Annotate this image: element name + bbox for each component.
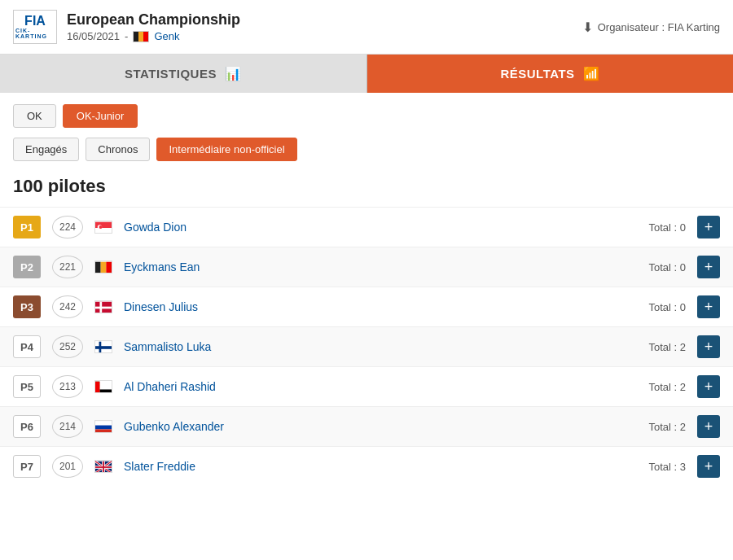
expand-button[interactable]: +	[697, 335, 720, 358]
tab-resultats[interactable]: RÉSULTATS 📶	[367, 55, 734, 93]
category-buttons: OK OK-Junior	[0, 93, 733, 134]
fia-logo: FIA CIK-KARTING	[13, 10, 57, 44]
category-ok-junior-button[interactable]: OK-Junior	[63, 104, 138, 128]
organizer-label: Organisateur : FIA Karting	[598, 21, 720, 33]
expand-button[interactable]: +	[697, 216, 720, 238]
pilot-flag-icon	[94, 340, 112, 353]
svg-point-3	[99, 225, 103, 229]
expand-button[interactable]: +	[697, 415, 720, 438]
pilot-total: Total : 0	[648, 301, 686, 313]
svg-rect-17	[95, 382, 99, 393]
expand-button[interactable]: +	[697, 375, 720, 398]
pilot-bib: 242	[52, 295, 83, 318]
svg-rect-5	[101, 262, 107, 273]
pilot-row: P2221Eyckmans EanTotal : 0+	[0, 247, 733, 287]
pilot-bib: 221	[52, 256, 83, 278]
pilot-flag-icon	[94, 380, 112, 393]
event-location-link[interactable]: Genk	[154, 30, 179, 42]
svg-rect-20	[95, 429, 112, 433]
subtabs: Engagés Chronos Intermédiaire non-offici…	[0, 134, 733, 173]
pilot-total: Total : 0	[648, 221, 686, 234]
tab-resultats-label: RÉSULTATS	[500, 67, 574, 81]
pilot-name: Gowda Dion	[124, 221, 637, 234]
event-info: European Championship 16/05/2021 - Genk	[67, 11, 240, 42]
cik-logo-text: CIK-KARTING	[15, 28, 55, 39]
pilots-count: 100 pilotes	[0, 173, 733, 207]
header-left: FIA CIK-KARTING European Championship 16…	[13, 10, 240, 44]
position-badge: P6	[13, 415, 41, 438]
expand-button[interactable]: +	[697, 295, 720, 318]
svg-rect-15	[99, 386, 112, 390]
expand-button[interactable]: +	[697, 455, 720, 478]
svg-rect-19	[95, 426, 112, 430]
category-ok-button[interactable]: OK	[13, 104, 56, 128]
pilot-flag-icon	[94, 260, 112, 273]
pilot-flag-icon	[94, 420, 112, 433]
pilot-name: Gubenko Alexander	[124, 420, 637, 433]
svg-rect-18	[95, 422, 112, 426]
svg-rect-1	[95, 228, 112, 234]
download-icon: ⬇	[582, 20, 593, 35]
subtab-chronos[interactable]: Chronos	[86, 138, 150, 161]
pilot-flag-icon	[94, 300, 112, 313]
position-badge: P3	[13, 295, 41, 318]
pilot-name: Dinesen Julius	[124, 300, 637, 313]
results-icon: 📶	[583, 66, 600, 81]
subtab-intermediaire[interactable]: Intermédiaire non-officiel	[156, 138, 296, 161]
event-separator: -	[125, 30, 128, 42]
pilots-list: P1224Gowda DionTotal : 0+P2221Eyckmans E…	[0, 207, 733, 486]
pilot-bib: 224	[52, 216, 83, 238]
pilot-bib: 213	[52, 375, 83, 398]
svg-rect-29	[95, 466, 112, 468]
pilot-name: Eyckmans Ean	[124, 260, 637, 273]
pilot-total: Total : 2	[648, 341, 686, 353]
pilot-bib: 201	[52, 455, 83, 478]
pilot-row: P6214Gubenko AlexanderTotal : 2+	[0, 406, 733, 446]
pilot-flag-icon	[94, 460, 112, 473]
organizer-info: ⬇ Organisateur : FIA Karting	[582, 20, 720, 35]
svg-rect-16	[99, 389, 112, 393]
pilot-row: P5213Al Dhaheri RashidTotal : 2+	[0, 366, 733, 406]
pilot-name: Al Dhaheri Rashid	[124, 380, 637, 393]
position-badge: P1	[13, 216, 41, 238]
page-header: FIA CIK-KARTING European Championship 16…	[0, 0, 733, 55]
pilot-name: Slater Freddie	[124, 460, 637, 473]
belgium-flag-icon	[133, 31, 149, 42]
svg-rect-9	[95, 307, 112, 309]
svg-rect-4	[95, 262, 101, 273]
pilot-row: P4252Sammalisto LukaTotal : 2+	[0, 326, 733, 366]
tab-statistiques[interactable]: STATISTIQUES 📊	[0, 55, 366, 93]
pilot-bib: 214	[52, 415, 83, 438]
event-title: European Championship	[67, 11, 240, 28]
pilot-total: Total : 3	[648, 461, 686, 473]
event-meta: 16/05/2021 - Genk	[67, 30, 240, 42]
position-badge: P5	[13, 375, 41, 398]
main-tabs: STATISTIQUES 📊 RÉSULTATS 📶	[0, 55, 733, 93]
svg-rect-12	[95, 346, 112, 349]
svg-rect-14	[99, 382, 112, 386]
pilot-flag-icon	[94, 221, 112, 234]
pilot-row: P3242Dinesen JuliusTotal : 0+	[0, 287, 733, 326]
fia-logo-text: FIA	[24, 15, 46, 28]
position-badge: P7	[13, 455, 41, 478]
pilot-name: Sammalisto Luka	[124, 340, 637, 353]
pilot-row: P1224Gowda DionTotal : 0+	[0, 207, 733, 247]
position-badge: P4	[13, 335, 41, 358]
tab-statistiques-label: STATISTIQUES	[125, 67, 217, 81]
pilot-total: Total : 2	[648, 421, 686, 433]
pilot-total: Total : 2	[648, 381, 686, 393]
svg-rect-6	[106, 262, 112, 273]
expand-button[interactable]: +	[697, 256, 720, 278]
event-date: 16/05/2021	[67, 30, 120, 42]
subtab-engages[interactable]: Engagés	[13, 138, 79, 161]
pilot-total: Total : 0	[648, 261, 686, 273]
chart-icon: 📊	[225, 66, 242, 81]
pilot-bib: 252	[52, 335, 83, 358]
pilot-row: P7201Slater FreddieTotal : 3+	[0, 446, 733, 486]
position-badge: P2	[13, 256, 41, 278]
